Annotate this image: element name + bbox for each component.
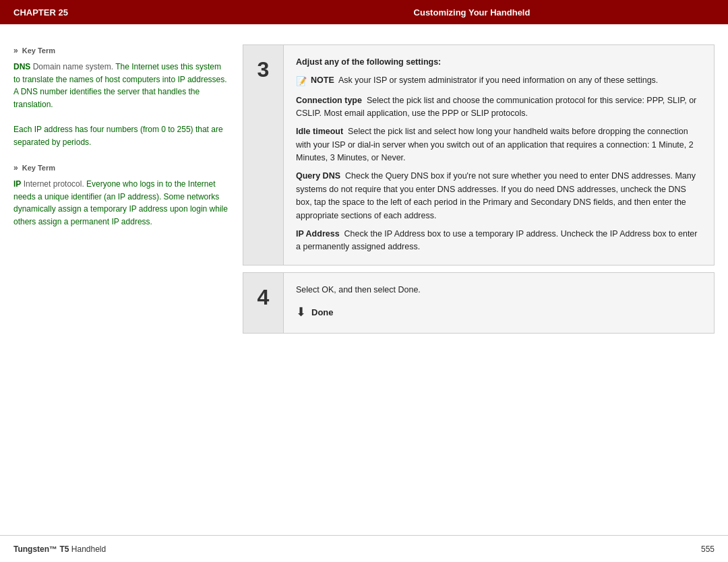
brand-name: Tungsten™ T5 xyxy=(13,544,69,554)
term-ip: IP xyxy=(13,179,21,189)
done-line: ⬇ Done xyxy=(296,303,702,322)
note-icon: 📝 xyxy=(296,75,307,88)
term-ip-def: Internet protocol. xyxy=(24,179,86,189)
term-dns-def: Domain name system. xyxy=(33,62,116,71)
sidebar: Key Term DNS Domain name system. The Int… xyxy=(13,44,229,522)
chapter-title: Customizing Your Handheld xyxy=(229,7,715,18)
step-4-content: Select OK, and then select Done. ⬇ Done xyxy=(284,273,714,333)
key-term-header-2: Key Term xyxy=(13,162,229,174)
step-3-dns: Query DNS Check the Query DNS box if you… xyxy=(296,170,702,222)
footer-page-number: 555 xyxy=(701,544,715,554)
step-4-box: 4 Select OK, and then select Done. ⬇ Don… xyxy=(243,272,715,334)
done-text: Done xyxy=(311,306,334,319)
key-term-text-2: IP Internet protocol. Everyone who logs … xyxy=(13,178,229,228)
page-header: CHAPTER 25 Customizing Your Handheld xyxy=(0,0,728,24)
step-3-note: 📝 NOTE Ask your ISP or system administra… xyxy=(296,74,702,88)
steps-content: 3 Adjust any of the following settings: … xyxy=(243,44,715,522)
page-footer: Tungsten™ T5 Handheld 555 xyxy=(0,535,728,562)
step-4-intro: Select OK, and then select Done. xyxy=(296,284,702,296)
step-4-number: 4 xyxy=(243,273,284,333)
key-term-1: Key Term DNS Domain name system. The Int… xyxy=(13,44,229,148)
key-term-label-2: Key Term xyxy=(22,162,55,174)
key-term-2: Key Term IP Internet protocol. Everyone … xyxy=(13,162,229,228)
chapter-label: CHAPTER 25 xyxy=(13,7,229,18)
product-name: Handheld xyxy=(71,544,106,554)
done-arrow-icon: ⬇ xyxy=(296,303,306,322)
step-3-idle: Idle timeout Select the pick list and se… xyxy=(296,125,702,164)
term-dns: DNS xyxy=(13,62,30,71)
step-3-ip: IP Address Check the IP Address box to u… xyxy=(296,228,702,254)
step-3-number: 3 xyxy=(243,45,284,265)
key-term-text-1: DNS Domain name system. The Internet use… xyxy=(13,61,229,148)
footer-brand: Tungsten™ T5 Handheld xyxy=(13,544,106,554)
key-term-header-1: Key Term xyxy=(13,44,229,57)
term-dns-extra: Each IP address has four numbers (from 0… xyxy=(13,125,223,147)
step-3-content: Adjust any of the following settings: 📝 … xyxy=(284,45,714,265)
step-3-box: 3 Adjust any of the following settings: … xyxy=(243,44,715,266)
step-3-connection: Connection type Select the pick list and… xyxy=(296,94,702,121)
note-text: NOTE Ask your ISP or system administrato… xyxy=(311,74,658,87)
key-term-label-1: Key Term xyxy=(22,45,55,57)
main-content: Key Term DNS Domain name system. The Int… xyxy=(0,24,728,535)
step-3-intro: Adjust any of the following settings: xyxy=(296,56,702,69)
